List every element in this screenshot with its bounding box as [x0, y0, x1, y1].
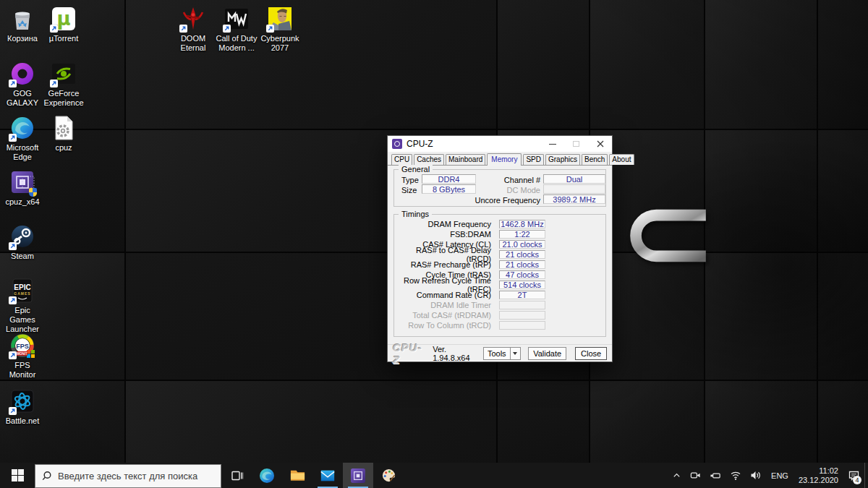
- desktop-icon-fps-monitor[interactable]: FPS MONIT FPS Monitor: [1, 333, 43, 380]
- cyberpunk-2077-icon: [267, 6, 293, 32]
- desktop-icon-cpuz-x64[interactable]: cpuz_x64: [1, 169, 43, 207]
- action-center-button[interactable]: 4: [843, 463, 864, 488]
- dc-mode-value: [543, 184, 605, 194]
- desktop-icon-recycle-bin[interactable]: Корзина: [1, 6, 43, 43]
- channel-value: Dual: [543, 174, 605, 184]
- minimize-button[interactable]: [540, 136, 564, 152]
- timing-value: 1:22: [499, 230, 545, 239]
- search-icon: [42, 471, 52, 481]
- taskbar-file-explorer-button[interactable]: [282, 463, 312, 488]
- search-input[interactable]: [58, 471, 210, 481]
- desktop: Корзина µ µTorrent GOG GALAXY: [0, 0, 868, 488]
- task-view-icon: [229, 468, 244, 483]
- windows-logo-icon: [12, 469, 24, 481]
- mail-icon: [320, 468, 336, 484]
- desktop-icon-label: Microsoft Edge: [1, 143, 43, 162]
- desktop-icon-epic-games[interactable]: EPIC GAMES Epic Games Launcher: [1, 278, 43, 334]
- desktop-icon-doom-eternal[interactable]: DOOM Eternal: [171, 6, 216, 53]
- desktop-icon-utorrent[interactable]: µ µTorrent: [43, 6, 85, 43]
- taskbar-search[interactable]: [35, 464, 221, 488]
- tab-cpu[interactable]: CPU: [391, 154, 412, 165]
- svg-text:µ: µ: [56, 8, 70, 30]
- wallpaper-panel: [705, 0, 817, 129]
- shortcut-arrow-icon: [50, 25, 58, 33]
- show-desktop-button[interactable]: [864, 463, 868, 488]
- volume-button[interactable]: [746, 463, 766, 488]
- tools-dropdown-button[interactable]: [510, 347, 521, 360]
- close-dialog-button[interactable]: Close: [575, 347, 607, 360]
- wallpaper-panel: [705, 381, 817, 463]
- timing-value: 21 clocks: [499, 260, 545, 269]
- desktop-icon-cpuz-file[interactable]: cpuz: [43, 115, 85, 153]
- desktop-icon-label: GOG GALAXY: [1, 89, 43, 108]
- taskbar-clock[interactable]: 11:02 23.12.2020: [793, 466, 843, 485]
- hidden-icons-button[interactable]: [668, 463, 686, 488]
- paint-palette-icon: [380, 467, 397, 484]
- cod-mw-icon: [224, 6, 250, 32]
- desktop-icon-steam[interactable]: Steam: [1, 223, 43, 261]
- shortcut-arrow-icon: [9, 134, 17, 142]
- version-text: Ver. 1.94.8.x64: [433, 345, 483, 362]
- desktop-icon-battlenet[interactable]: Battle.net: [1, 388, 43, 426]
- cpuz-titlebar[interactable]: CPU-Z: [388, 136, 612, 152]
- system-tray: ENG 11:02 23.12.2020 4: [668, 463, 868, 488]
- tab-mainboard[interactable]: Mainboard: [446, 154, 485, 165]
- maximize-button: [564, 136, 588, 152]
- tab-caches[interactable]: Caches: [414, 154, 444, 165]
- timing-row: Command Rate (CR)2T: [394, 290, 605, 300]
- meet-now-button[interactable]: [686, 463, 705, 488]
- wallpaper-panel: [498, 0, 589, 129]
- wallpaper-panel: [705, 253, 817, 380]
- language-indicator[interactable]: ENG: [766, 471, 793, 480]
- clock-date: 23.12.2020: [799, 476, 838, 485]
- desktop-icon-cyberpunk-2077[interactable]: Cyberpunk 2077: [258, 6, 302, 53]
- type-value: DDR4: [422, 174, 476, 184]
- tab-about[interactable]: About: [609, 154, 634, 165]
- clock-time: 11:02: [799, 466, 838, 476]
- desktop-icon-geforce-experience[interactable]: GeForce Experience: [43, 61, 85, 108]
- desktop-icon-label: cpuz: [43, 143, 85, 153]
- taskbar-edge-button[interactable]: [252, 463, 282, 488]
- steam-icon: [9, 223, 35, 249]
- timing-row: DRAM Idle Timer: [394, 300, 605, 310]
- validate-button[interactable]: Validate: [528, 347, 566, 360]
- uac-shield-icon: [29, 188, 37, 197]
- desktop-icon-gog-galaxy[interactable]: GOG GALAXY: [1, 61, 43, 108]
- close-icon: [597, 140, 604, 147]
- task-view-button[interactable]: [221, 463, 252, 488]
- notification-badge: 4: [853, 476, 861, 484]
- timings-group: Timings DRAM Frequency1462.8 MHz FSB:DRA…: [393, 214, 606, 337]
- taskbar-paint-button[interactable]: [373, 463, 404, 488]
- hardware-eject-button[interactable]: [705, 463, 726, 488]
- cpuz-x64-icon: [9, 169, 35, 195]
- desktop-icon-label: FPS Monitor: [1, 361, 43, 380]
- timing-value: [499, 321, 545, 330]
- tab-spd[interactable]: SPD: [523, 154, 544, 165]
- geforce-experience-icon: [51, 61, 77, 87]
- close-button[interactable]: [588, 136, 612, 152]
- wallpaper-panel: [818, 130, 868, 252]
- taskbar-cpuz-button[interactable]: [343, 463, 373, 488]
- file-explorer-icon: [289, 467, 306, 484]
- channel-label: Channel #: [480, 176, 540, 185]
- fps-monitor-icon: FPS MONIT: [9, 333, 35, 359]
- cpuz-window: CPU-Z CPU Caches Mainboard Memory SPD Gr…: [387, 135, 613, 362]
- start-button[interactable]: [0, 463, 35, 488]
- desktop-icon-label: µTorrent: [43, 34, 85, 43]
- tab-bench[interactable]: Bench: [582, 154, 608, 165]
- wallpaper-panel: [498, 381, 589, 463]
- maximize-icon: [573, 141, 579, 147]
- desktop-icon-cod-modern-warfare[interactable]: Call of Duty Modern ...: [214, 6, 259, 53]
- timing-row: Total CAS# (tRDRAM): [394, 310, 605, 320]
- desktop-icon-label: cpuz_x64: [1, 197, 43, 207]
- tab-graphics[interactable]: Graphics: [545, 154, 580, 165]
- tools-button[interactable]: Tools: [483, 347, 511, 360]
- meet-now-camera-icon: [690, 470, 701, 481]
- desktop-icon-microsoft-edge[interactable]: Microsoft Edge: [1, 115, 43, 162]
- wifi-button[interactable]: [726, 463, 746, 488]
- desktop-icon-label: Cyberpunk 2077: [258, 34, 302, 53]
- tab-memory[interactable]: Memory: [487, 153, 522, 166]
- shortcut-arrow-icon: [223, 25, 231, 33]
- taskbar-mail-button[interactable]: [312, 463, 343, 488]
- shortcut-arrow-icon: [179, 25, 187, 33]
